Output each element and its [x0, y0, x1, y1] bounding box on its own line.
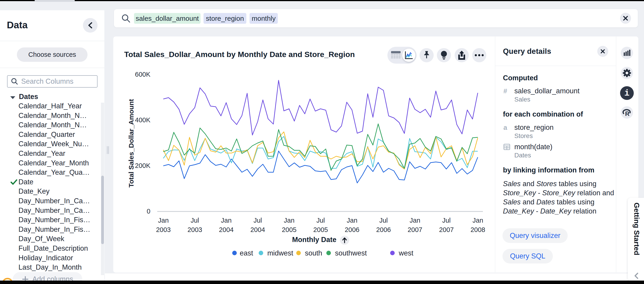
svg-text:R: R	[625, 110, 630, 117]
